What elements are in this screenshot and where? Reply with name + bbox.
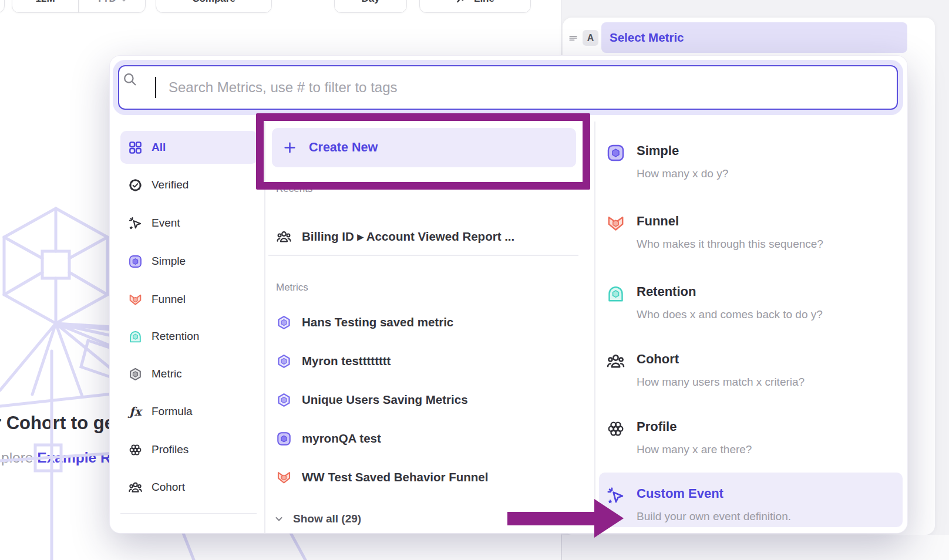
metric-item-label: WW Test Saved Behavior Funnel xyxy=(302,470,488,484)
simple-icon xyxy=(606,143,625,163)
recent-item[interactable]: Billing ID ▸ Account Viewed Report ... xyxy=(276,225,514,248)
profiles-icon xyxy=(128,443,143,457)
range-12m-button[interactable]: 12M xyxy=(12,0,78,12)
funnel-icon xyxy=(606,214,625,233)
series-badge: A xyxy=(583,30,598,46)
metric-hexagon-icon xyxy=(276,353,292,369)
sidebar-item-label: Metric xyxy=(152,367,182,380)
metric-list-item[interactable]: Hans Testing saved metric xyxy=(276,311,453,334)
metric-item-label: Hans Testing saved metric xyxy=(302,315,453,329)
type-title: Simple xyxy=(637,142,728,160)
sidebar-section-divider xyxy=(120,513,257,514)
sidebar-item-metric[interactable]: Metric xyxy=(120,357,258,390)
profiles-icon xyxy=(606,419,625,438)
sidebar-item-funnel[interactable]: Funnel xyxy=(120,283,258,316)
line-label: Line xyxy=(474,0,494,5)
type-title: Profile xyxy=(637,418,752,436)
type-title: Cohort xyxy=(637,350,805,368)
sidebar-item-label: Profiles xyxy=(152,443,189,456)
sidebar-item-label: Event xyxy=(152,217,180,230)
chevron-down-icon xyxy=(120,0,128,4)
sidebar-item-label: Verified xyxy=(152,178,189,191)
cohort-icon xyxy=(128,480,143,495)
drag-handle-icon[interactable] xyxy=(567,32,579,44)
type-row-simple[interactable]: Simple How many x do y? xyxy=(606,142,897,181)
line-chart-type-button[interactable]: Line xyxy=(419,0,531,13)
text-cursor xyxy=(155,77,156,98)
sidebar-item-cohort[interactable]: Cohort xyxy=(120,471,258,504)
range-12m-label: 12M xyxy=(36,0,55,5)
sidebar-item-all[interactable]: All xyxy=(120,131,258,164)
metric-item-label: Myron testttttttt xyxy=(302,354,391,368)
type-row-custom-event[interactable]: Custom Event Build your own event defini… xyxy=(606,485,897,524)
metric-item-label: Unique Users Saving Metrics xyxy=(302,393,468,407)
app-root: 12M YTD Compare Day Line A Select Metric… xyxy=(0,0,949,560)
grid-icon xyxy=(128,140,143,155)
show-all-label: Show all (29) xyxy=(293,512,361,525)
sidebar-item-label: Retention xyxy=(152,330,199,343)
compare-button[interactable]: Compare xyxy=(156,0,272,13)
select-metric-button[interactable]: Select Metric xyxy=(601,22,907,53)
range-ytd-button[interactable]: YTD xyxy=(79,0,145,12)
type-row-cohort[interactable]: Cohort How many users match x criteria? xyxy=(606,350,897,390)
type-desc: How many x do y? xyxy=(637,166,728,181)
date-range-segmented-control: 12M YTD xyxy=(12,0,146,13)
formula-icon: ƒx xyxy=(128,404,143,419)
simple-icon xyxy=(276,431,292,447)
type-title: Custom Event xyxy=(637,485,791,502)
sidebar-item-event[interactable]: Event xyxy=(120,207,258,239)
retention-icon xyxy=(128,329,143,344)
search-input[interactable] xyxy=(118,65,898,110)
chevron-down-icon xyxy=(273,513,285,525)
type-desc: Build your own event definition. xyxy=(637,509,791,524)
metric-hexagon-icon xyxy=(276,392,292,408)
metric-hexagon-icon xyxy=(128,367,143,382)
annotation-arrow-shaft xyxy=(507,512,595,525)
sidebar-item-simple[interactable]: Simple xyxy=(120,245,258,278)
sidebar-item-label: All xyxy=(152,141,166,154)
day-granularity-button[interactable]: Day xyxy=(334,0,407,13)
cohort-icon xyxy=(276,229,292,245)
range-ytd-label: YTD xyxy=(96,0,116,5)
metric-list-item[interactable]: myronQA test xyxy=(276,427,381,450)
metric-list-item[interactable]: Myron testttttttt xyxy=(276,349,391,373)
column-divider xyxy=(594,122,595,533)
sidebar-item-label: Simple xyxy=(152,255,186,268)
type-row-retention[interactable]: Retention Who does x and comes back to d… xyxy=(606,283,897,322)
bottom-strip xyxy=(561,535,949,560)
funnel-icon xyxy=(276,470,292,485)
compare-label: Compare xyxy=(192,0,235,5)
simple-icon xyxy=(128,254,143,269)
sidebar-item-formula[interactable]: ƒx Formula xyxy=(120,395,258,428)
type-desc: How many users match x criteria? xyxy=(637,375,805,390)
metrics-header: Metrics xyxy=(276,282,308,294)
sidebar-item-label: Cohort xyxy=(152,481,185,494)
line-chart-icon xyxy=(456,0,469,6)
show-all-button[interactable]: Show all (29) xyxy=(273,507,361,531)
type-desc: Who does x and comes back to do y? xyxy=(637,307,823,322)
sidebar-item-label: Formula xyxy=(152,405,193,418)
type-desc: How many x are there? xyxy=(637,442,752,457)
type-row-funnel[interactable]: Funnel Who makes it through this sequenc… xyxy=(606,212,897,252)
annotation-arrow-head xyxy=(594,499,624,538)
type-title: Funnel xyxy=(637,212,823,230)
metric-hexagon-icon xyxy=(276,315,292,330)
retention-icon xyxy=(606,284,625,303)
metric-list-item[interactable]: WW Test Saved Behavior Funnel xyxy=(276,465,488,489)
cohort-icon xyxy=(606,352,625,371)
annotation-highlight-box xyxy=(256,113,590,190)
recents-divider xyxy=(268,255,578,256)
type-desc: Who makes it through this sequence? xyxy=(637,237,823,252)
sidebar-item-tags-partial[interactable]: T xyxy=(120,526,258,533)
toolbar-button-partial[interactable] xyxy=(0,0,5,13)
type-row-profile[interactable]: Profile How many x are there? xyxy=(606,418,897,457)
sidebar-item-retention[interactable]: Retention xyxy=(120,320,258,353)
recent-item-label: Billing ID ▸ Account Viewed Report ... xyxy=(302,230,514,244)
event-cursor-icon xyxy=(128,216,143,231)
day-label: Day xyxy=(361,0,379,5)
metric-list-item[interactable]: Unique Users Saving Metrics xyxy=(276,388,468,411)
sidebar-item-verified[interactable]: Verified xyxy=(120,168,258,201)
type-title: Retention xyxy=(637,283,823,301)
verified-badge-icon xyxy=(128,178,143,193)
sidebar-item-profiles[interactable]: Profiles xyxy=(120,433,258,466)
